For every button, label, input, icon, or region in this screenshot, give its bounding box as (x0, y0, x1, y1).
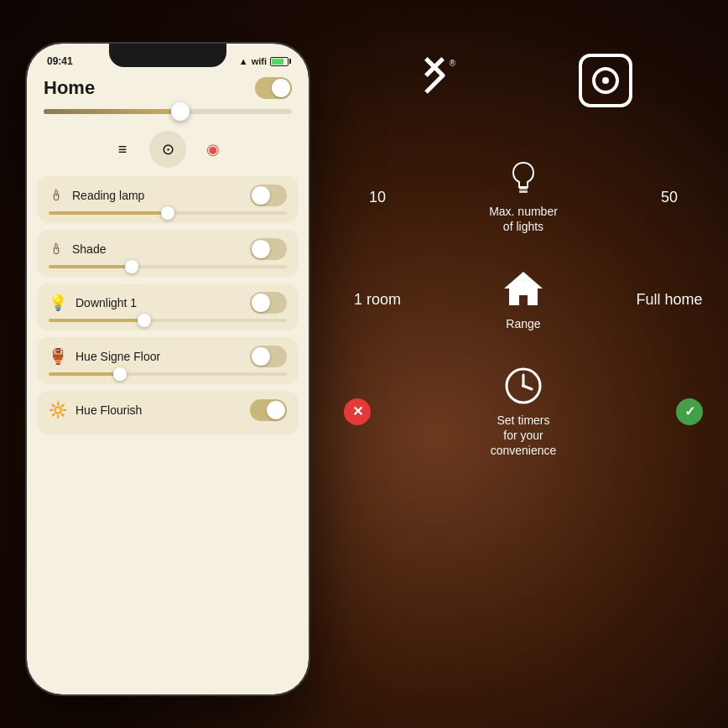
tab-settings[interactable]: ⊙ (149, 131, 186, 168)
registered-trademark: ® (450, 59, 455, 68)
home-title: Home (44, 77, 95, 99)
timer-yes-badge: ✓ (676, 398, 703, 425)
light-list: 🕯 Reading lamp (27, 176, 309, 441)
range-min-value: 1 room (344, 291, 411, 309)
status-icons: ▲ wifi (239, 56, 289, 66)
lights-label: Max. number of lights (489, 204, 558, 234)
timer-label: Set timers for your convenience (491, 413, 557, 459)
timer-comparison: ✕ Set timers for your convenience ✓ (335, 366, 711, 459)
home-header: Home (27, 70, 309, 109)
light-bulb-icon: 🕯 (49, 187, 64, 205)
light-toggle-reading[interactable] (250, 185, 287, 206)
tab-list[interactable]: ≡ (104, 131, 141, 168)
light-item: 💡 Downlight 1 (37, 283, 299, 330)
light-item: 🏺 Hue Signe Floor (37, 337, 299, 384)
svg-marker-5 (504, 272, 543, 305)
light-toggle-flourish[interactable] (250, 399, 287, 421)
light-item: 🔆 Hue Flourish (37, 391, 299, 434)
range-comparison: 1 room Range Full home (335, 268, 711, 331)
home-toggle[interactable] (255, 77, 292, 99)
battery-icon (270, 57, 289, 66)
timer-center: Set timers for your convenience (371, 366, 676, 459)
cross-icon: ✕ (352, 403, 363, 419)
svg-rect-4 (519, 190, 528, 193)
clock-icon (503, 366, 543, 406)
range-max-value: Full home (636, 291, 703, 309)
bulb-icon (511, 160, 536, 197)
light-name: Hue Flourish (75, 403, 142, 417)
lights-min-value: 10 (344, 189, 411, 206)
light-name: Shade (72, 242, 106, 256)
light-slider[interactable] (49, 211, 287, 215)
lights-row: 10 Max. number of lights 50 (335, 160, 711, 234)
light-name: Reading lamp (72, 189, 144, 202)
light-toggle-shade[interactable] (250, 238, 287, 260)
brightness-track[interactable] (44, 109, 292, 114)
light-name: Hue Signe Floor (75, 350, 160, 363)
light-item: 🕯 Reading lamp (37, 176, 299, 223)
light-slider[interactable] (49, 319, 287, 322)
tabs-row: ≡ ⊙ ◉ (27, 124, 309, 176)
light-toggle-downlight[interactable] (250, 292, 287, 314)
light-ceiling-icon: 🔆 (49, 401, 67, 419)
right-panel: ® 10 Max. number of lights 50 (335, 50, 711, 491)
check-icon: ✓ (684, 403, 695, 419)
range-label: Range (506, 316, 540, 331)
svg-point-2 (602, 77, 609, 84)
timer-no-badge: ✕ (344, 398, 371, 425)
light-item: 🕯 Shade (37, 230, 299, 277)
light-slider[interactable] (49, 265, 287, 268)
timer-row: ✕ Set timers for your convenience ✓ (335, 366, 711, 459)
wifi-icon: wifi (252, 56, 267, 66)
signal-icon: ▲ (239, 56, 248, 66)
light-floor-icon: 🏺 (49, 347, 67, 366)
bluetooth-icon (413, 50, 455, 101)
phone-frame: 09:41 ▲ wifi Home (25, 42, 310, 696)
svg-point-9 (522, 384, 525, 387)
lights-comparison: 10 Max. number of lights 50 (335, 160, 711, 234)
bluetooth-block: ® (413, 50, 455, 110)
range-center: Range (411, 268, 636, 331)
bridge-icon (577, 52, 634, 109)
lights-max-value: 50 (636, 189, 703, 206)
light-name: Downlight 1 (75, 296, 137, 309)
house-icon (502, 268, 544, 309)
svg-rect-3 (519, 187, 528, 190)
phone-notch (109, 44, 226, 67)
bridge-block (577, 52, 634, 109)
light-downlight-icon: 💡 (49, 294, 67, 312)
status-time: 09:41 (47, 55, 73, 67)
light-bulb-icon: 🕯 (49, 241, 64, 258)
phone-screen: 09:41 ▲ wifi Home (27, 44, 309, 694)
lights-center: Max. number of lights (411, 160, 636, 234)
phone-mockup: 09:41 ▲ wifi Home (25, 42, 310, 696)
light-slider[interactable] (49, 372, 287, 376)
light-toggle-signe[interactable] (250, 346, 287, 367)
tab-color[interactable]: ◉ (195, 131, 231, 168)
brightness-slider-container (27, 109, 309, 124)
range-row: 1 room Range Full home (335, 268, 711, 331)
top-icons-row: ® (335, 50, 711, 110)
